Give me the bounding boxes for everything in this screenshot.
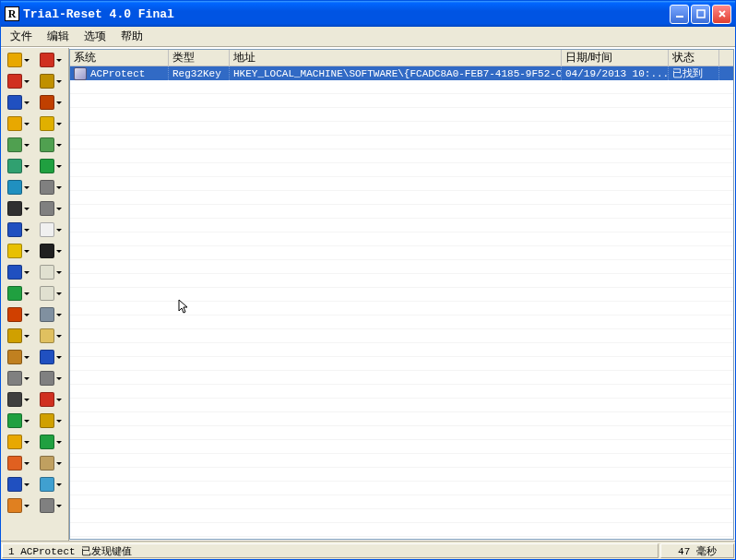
column-header[interactable]: 状态 <box>669 50 719 66</box>
mag-icon <box>40 371 54 386</box>
tool-pen[interactable] <box>3 326 34 346</box>
dropdown-arrow-icon <box>24 123 30 125</box>
maximize-button[interactable] <box>691 5 710 24</box>
tool-diamond[interactable] <box>3 241 34 261</box>
dropdown-arrow-icon <box>56 314 62 316</box>
tool-shield-y[interactable] <box>35 432 66 452</box>
kite-icon <box>40 413 54 428</box>
tool-shield-o[interactable] <box>3 495 34 516</box>
tool-lock[interactable] <box>3 50 34 70</box>
tool-reg2[interactable] <box>35 135 66 155</box>
tool-p-green[interactable] <box>3 283 34 304</box>
tool-mask[interactable] <box>3 198 34 219</box>
tool-bug[interactable] <box>35 92 66 113</box>
bug-icon <box>40 95 54 110</box>
dropdown-arrow-icon <box>56 335 62 338</box>
column-header[interactable]: 类型 <box>169 50 230 66</box>
cursor-icon <box>178 299 191 319</box>
spider-icon <box>40 74 54 89</box>
cube-icon <box>40 477 54 492</box>
tool-shield-s[interactable] <box>35 304 66 325</box>
listview-body[interactable]: ACProtectReg32KeyHKEY_LOCAL_MACHINE\SOFT… <box>70 66 733 539</box>
tool-folder[interactable] <box>35 283 66 304</box>
flash-icon <box>40 116 54 131</box>
tool-lock2[interactable] <box>35 453 66 473</box>
tool-world[interactable] <box>3 453 34 473</box>
dropdown-arrow-icon <box>24 101 30 104</box>
tool-flash[interactable] <box>35 113 66 134</box>
gear-icon <box>40 498 54 513</box>
tool-shield-red[interactable] <box>3 71 34 91</box>
chart-icon <box>7 435 22 449</box>
world-icon <box>7 456 22 471</box>
tool-cpu[interactable] <box>3 156 34 176</box>
tool-key[interactable] <box>3 113 34 134</box>
tool-ring[interactable] <box>35 347 66 367</box>
tool-ball-red[interactable] <box>35 50 66 70</box>
tool-film[interactable] <box>35 241 66 261</box>
tool-brush[interactable] <box>3 347 34 367</box>
dropdown-arrow-icon <box>56 123 62 125</box>
tool-note[interactable] <box>35 262 66 282</box>
tool-chart[interactable] <box>3 432 34 452</box>
tool-shield-g[interactable] <box>35 156 66 176</box>
dots-icon <box>7 392 22 407</box>
dropdown-arrow-icon <box>24 271 30 274</box>
app-window: R Trial-Reset 4.0 Final 文件 编辑 选项 帮助 系统类型… <box>0 0 736 560</box>
column-header[interactable]: 系统 <box>70 50 169 66</box>
film-icon <box>40 244 54 258</box>
tool-flag[interactable] <box>3 411 34 431</box>
cell-system: ACProtect <box>70 66 169 80</box>
lock-icon <box>7 53 22 67</box>
tool-ball-blue[interactable] <box>3 92 34 113</box>
titlebar[interactable]: R Trial-Reset 4.0 Final <box>1 1 735 27</box>
page-icon <box>40 222 54 237</box>
status-main: 1 ACProtect 已发现键值 <box>2 543 659 558</box>
table-row[interactable]: ACProtectReg32KeyHKEY_LOCAL_MACHINE\SOFT… <box>70 66 733 80</box>
tool-reg[interactable] <box>3 135 34 155</box>
minimize-button[interactable] <box>670 5 689 24</box>
column-header[interactable]: 地址 <box>230 50 562 66</box>
dropdown-arrow-icon <box>24 186 30 189</box>
listview[interactable]: 系统类型地址日期/时间状态 ACProtectReg32KeyHKEY_LOCA… <box>69 49 734 540</box>
tool-page[interactable] <box>35 220 66 240</box>
dropdown-arrow-icon <box>24 229 30 232</box>
key-icon <box>7 116 22 131</box>
tool-globe[interactable] <box>3 177 34 197</box>
svg-rect-1 <box>697 10 705 18</box>
tool-x-blue[interactable] <box>3 474 34 494</box>
menu-file[interactable]: 文件 <box>3 27 40 46</box>
shield-red-icon <box>7 74 22 89</box>
menu-options[interactable]: 选项 <box>77 27 113 46</box>
ball-red-icon <box>40 53 54 67</box>
menu-help[interactable]: 帮助 <box>113 27 150 46</box>
tool-mag[interactable] <box>35 368 66 388</box>
close-button[interactable] <box>712 5 731 24</box>
column-header[interactable]: 日期/时间 <box>562 50 669 66</box>
tool-circle[interactable] <box>3 262 34 282</box>
tool-check[interactable] <box>35 389 66 410</box>
tool-dots[interactable] <box>3 389 34 410</box>
tool-printer2[interactable] <box>35 198 66 219</box>
tool-shield-b[interactable] <box>3 220 34 240</box>
reg2-icon <box>40 137 54 152</box>
tool-printer[interactable] <box>35 177 66 197</box>
row-icon <box>74 67 87 80</box>
printer2-icon <box>40 201 54 216</box>
cell-type: Reg32Key <box>169 66 230 80</box>
tool-spider[interactable] <box>35 71 66 91</box>
tool-cube[interactable] <box>35 474 66 494</box>
printer-icon <box>40 180 54 195</box>
tool-castle[interactable] <box>3 304 34 325</box>
tool-folder2[interactable] <box>35 326 66 346</box>
dropdown-arrow-icon <box>24 377 30 380</box>
dropdown-arrow-icon <box>56 186 62 189</box>
dropdown-arrow-icon <box>24 399 30 401</box>
dropdown-arrow-icon <box>56 399 62 401</box>
tool-gear[interactable] <box>35 495 66 516</box>
tool-kite[interactable] <box>35 411 66 431</box>
menu-edit[interactable]: 编辑 <box>40 27 77 46</box>
mask-icon <box>7 201 22 216</box>
dropdown-arrow-icon <box>24 314 30 316</box>
tool-drive[interactable] <box>3 368 34 388</box>
